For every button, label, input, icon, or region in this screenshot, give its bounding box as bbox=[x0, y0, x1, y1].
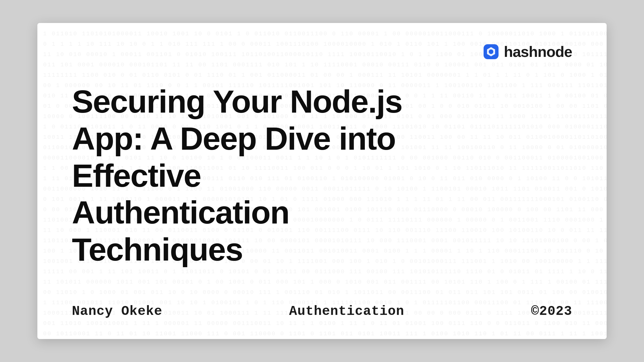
article-card: 1 011010 11010101000011 10010 1001 10 0 … bbox=[37, 23, 607, 339]
title-area: Securing Your Node.js App: A Deep Dive i… bbox=[72, 66, 572, 292]
hashnode-icon bbox=[482, 43, 500, 60]
logo-area: hashnode bbox=[72, 43, 572, 60]
svg-point-1 bbox=[489, 49, 493, 54]
article-category: Authentication bbox=[289, 304, 404, 319]
article-title: Securing Your Node.js App: A Deep Dive i… bbox=[72, 83, 417, 268]
brand-name: hashnode bbox=[504, 43, 572, 60]
article-footer: Nancy Okeke Authentication ©2023 bbox=[72, 292, 572, 319]
copyright-year: ©2023 bbox=[531, 304, 572, 319]
author-name: Nancy Okeke bbox=[72, 304, 162, 319]
hashnode-logo: hashnode bbox=[482, 43, 572, 60]
